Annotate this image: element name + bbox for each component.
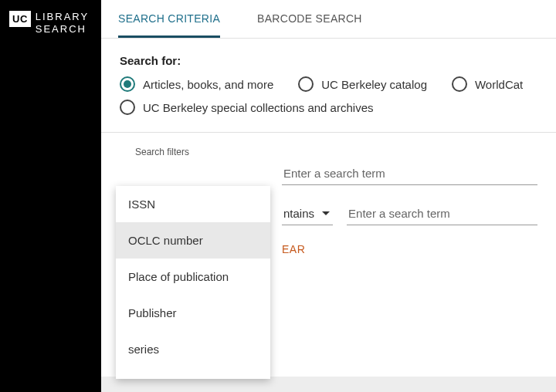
scope-special-label: UC Berkeley special collections and arch…	[143, 101, 373, 114]
scope-catalog[interactable]: UC Berkeley catalog	[298, 76, 427, 92]
dropdown-item-issn[interactable]: ISSN	[116, 186, 270, 222]
scope-articles[interactable]: Articles, books, and more	[120, 76, 273, 92]
search-for-label: Search for:	[120, 54, 537, 67]
radio-icon	[298, 76, 314, 92]
tab-bar: SEARCH CRITERIA BARCODE SEARCH	[101, 0, 556, 39]
match-type-select[interactable]: ntains	[282, 202, 333, 225]
app-root: UC LIBRARY SEARCH SEARCH CRITERIA BARCOD…	[0, 0, 556, 392]
scope-catalog-label: UC Berkeley catalog	[321, 78, 427, 91]
filter-row-1	[120, 162, 537, 185]
search-term-input-1[interactable]	[282, 162, 537, 185]
dropdown-item-series[interactable]: series	[116, 331, 270, 367]
dropdown-item-oclc[interactable]: OCLC number	[116, 222, 270, 259]
footer-bar	[101, 377, 556, 392]
scope-worldcat[interactable]: WorldCat	[452, 76, 523, 92]
tab-barcode-search[interactable]: BARCODE SEARCH	[257, 5, 362, 38]
clear-button[interactable]: EAR	[282, 243, 305, 255]
logo-line1: LIBRARY	[36, 11, 89, 22]
scope-radio-group-2: UC Berkeley special collections and arch…	[120, 100, 537, 115]
left-sidebar: UC LIBRARY SEARCH	[0, 0, 101, 392]
field-select-dropdown[interactable]: ISSN OCLC number Place of publication Pu…	[116, 186, 270, 379]
radio-icon	[452, 76, 467, 92]
divider	[101, 132, 556, 133]
logo-line2: SEARCH	[36, 23, 86, 35]
radio-checked-icon	[120, 76, 135, 92]
scope-worldcat-label: WorldCat	[475, 78, 523, 91]
search-term-input-2[interactable]	[347, 202, 537, 225]
uc-badge: UC	[9, 11, 31, 27]
dropdown-item-place[interactable]: Place of publication	[116, 259, 270, 295]
scope-articles-label: Articles, books, and more	[143, 78, 273, 91]
library-search-logo[interactable]: UC LIBRARY SEARCH	[9, 11, 92, 36]
match-type-value: ntains	[283, 207, 314, 220]
dropdown-scroll[interactable]: ISSN OCLC number Place of publication Pu…	[116, 186, 270, 379]
logo-text: LIBRARY SEARCH	[36, 11, 89, 36]
radio-icon	[120, 100, 135, 115]
scope-radio-group: Articles, books, and more UC Berkeley ca…	[120, 76, 537, 92]
search-filters-heading: Search filters	[135, 147, 537, 157]
scope-special[interactable]: UC Berkeley special collections and arch…	[120, 100, 373, 115]
tab-search-criteria[interactable]: SEARCH CRITERIA	[118, 5, 220, 38]
dropdown-item-publisher[interactable]: Publisher	[116, 295, 270, 331]
chevron-down-icon	[322, 211, 330, 215]
